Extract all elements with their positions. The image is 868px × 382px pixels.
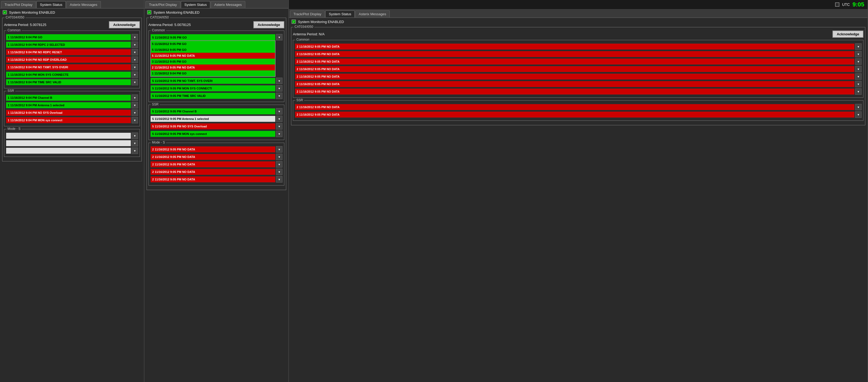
ssr-arrow-0-3[interactable]: ▼ [855, 104, 862, 110]
status-row-2-2: 5 11/16/2012 9:05 PM MON SYS CONNECTI ▼ [150, 85, 282, 92]
ssr-arrow-0-1[interactable]: ▼ [132, 94, 138, 101]
tab-track-plot-3[interactable]: Track/Plot Display [290, 10, 325, 18]
common-section-1: Common 1 11/16/2012 9:04 PM GO ▼ 1 11/16… [4, 31, 140, 88]
ssr-arrow-1-3[interactable]: ▼ [855, 111, 862, 118]
modes-arrow-2-1[interactable]: ▼ [132, 147, 138, 154]
ssr-row-1-1: 1 11/16/2012 9:04 PM Antenna 1 selected … [6, 102, 138, 109]
antenna-row-1: Antenna Period: 5.0078125 Acknowledge [4, 21, 140, 28]
ssr-arrow-3-1[interactable]: ▼ [132, 117, 138, 123]
status-row-5-1: 1 11/16/2012 9:04 PM MON SYS CONNECTE ▼ [6, 71, 138, 78]
header-2: ✓ System Monitoring ENABLED [145, 8, 288, 16]
ssr-arrow-3-2[interactable]: ▼ [276, 130, 282, 137]
c-arrow-1-3[interactable]: ▼ [855, 51, 862, 57]
dropdown-arrow-3-1[interactable]: ▼ [132, 57, 138, 63]
c-arrow-3-3[interactable]: ▼ [855, 66, 862, 72]
c-arrow-6-3[interactable]: ▼ [855, 88, 862, 95]
tab-asterix-2[interactable]: Asterix Messages [211, 1, 245, 8]
tab-system-status-2[interactable]: System Status [181, 1, 210, 8]
ssr-section-2: SSR 5 11/16/2012 9:05 PM Channel B ▼ 5 1… [149, 105, 284, 140]
utc-checkbox-3[interactable] [835, 2, 839, 7]
dropdown-arrow-6-1[interactable]: ▼ [132, 79, 138, 85]
c-arrow-0-3[interactable]: ▼ [855, 43, 862, 50]
c-row-6-3: 2 11/16/2012 9:05 PM NO DATA ▼ [295, 88, 862, 95]
monitoring-checkbox-3[interactable]: ✓ [291, 20, 296, 24]
acknowledge-btn-1[interactable]: Acknowledge [109, 21, 140, 28]
ssr-bar-1-3: 2 11/16/2012 9:05 PM NO DATA [295, 111, 855, 118]
c-bar-3-3: 2 11/16/2012 9:05 PM NO DATA [295, 66, 855, 72]
status-row-open-2: 5 11/16/2012 9:05 PM GO 5 11/16/2012 9:0… [150, 34, 282, 40]
dropdown-opt-5-2[interactable]: 1 11/16/2012 9:04 PM GO [151, 70, 275, 76]
modes-bar-1-1 [6, 140, 131, 146]
dropdown-arrow-1-1[interactable]: ▼ [132, 41, 138, 48]
status-row-3-2: 5 11/16/2012 9:05 PM TIME SRC VALID ▼ [150, 93, 282, 99]
utc-time-3: 9:05 [852, 1, 864, 8]
monitoring-checkbox-2[interactable]: ✓ [147, 10, 151, 14]
modes-arrow-1-1[interactable]: ▼ [132, 140, 138, 146]
dropdown-arrow-2-1[interactable]: ▼ [132, 49, 138, 55]
dropdown-arrow-4-1[interactable]: ▼ [132, 64, 138, 70]
dropdown-opt-1-2[interactable]: 5 11/16/2012 9:05 PM GO [151, 47, 275, 53]
status-bar-4-1: 1 11/16/2012 9:04 PM NO TXMT. SYS OVERI [6, 64, 131, 70]
dropdown-opt-2-2[interactable]: 5 11/16/2012 9:05 PM NO DATA [151, 53, 275, 59]
status-bar-1-2: 5 11/16/2012 9:05 PM NO TXMT. SYS OVERI [150, 78, 276, 84]
dropdown-arrow-2-2[interactable]: ▼ [276, 85, 282, 92]
c-arrow-2-3[interactable]: ▼ [855, 58, 862, 65]
modes-arrow-0-1[interactable]: ▼ [132, 133, 138, 139]
ssr-row-0-3: 2 11/16/2012 9:05 PM NO DATA ▼ [295, 104, 862, 110]
tab-system-status-3[interactable]: System Status [325, 10, 355, 18]
dropdown-arrow-3-2[interactable]: ▼ [276, 93, 282, 99]
panel-content-1: CAT034/I050 Antenna Period: 5.0078125 Ac… [0, 16, 144, 382]
common-title-1: Common [6, 28, 22, 32]
ssr-row-1-2: 5 11/16/2012 9:05 PM Antenna 1 selected … [150, 116, 282, 122]
acknowledge-btn-3[interactable]: Acknowledge [832, 31, 864, 38]
tab-system-status-1[interactable]: System Status [36, 1, 66, 8]
c-bar-2-3: 2 11/16/2012 9:05 PM NO DATA [295, 58, 855, 65]
dropdown-opt-3-2[interactable]: 3 11/16/2012 9:05 PM GO [151, 59, 275, 64]
ssr-row-0-1: 1 11/16/2012 9:04 PM Channel B ▼ [6, 94, 138, 101]
tab-track-plot-2[interactable]: Track/Plot Display [146, 1, 180, 8]
tab-track-plot-1[interactable]: Track/Plot Display [1, 1, 36, 8]
ssr-row-2-2: 5 11/16/2012 9:05 PM NO SYS Overload ▼ [150, 123, 282, 129]
antenna-label-2: Antenna Period: 5.0078125 [149, 23, 191, 27]
ssr-arrow-1-1[interactable]: ▼ [132, 102, 138, 109]
ssr-arrow-0-2[interactable]: ▼ [276, 108, 282, 115]
common-section-2: Common 5 11/16/2012 9:05 PM GO 5 11/16/2… [149, 31, 284, 102]
modes-section-1: Mode - S ▼ ▼ ▼ [4, 129, 140, 157]
modes-arrow-3-2[interactable]: ▼ [276, 169, 282, 175]
ssr-title-2: SSR [151, 102, 160, 106]
ssr-arrow-2-2[interactable]: ▼ [276, 123, 282, 129]
tab-asterix-3[interactable]: Asterix Messages [355, 10, 390, 18]
modes-row-2-1: ▼ [6, 147, 138, 154]
antenna-row-2: Antenna Period: 5.0078125 Acknowledge [149, 21, 284, 28]
modes-arrow-1-2[interactable]: ▼ [276, 154, 282, 160]
modes-arrow-4-2[interactable]: ▼ [276, 176, 282, 182]
modes-arrow-2-2[interactable]: ▼ [276, 161, 282, 168]
dropdown-opt-0-2[interactable]: 5 11/16/2012 9:05 PM GO [151, 41, 275, 47]
dropdown-arrow-5-1[interactable]: ▼ [132, 71, 138, 78]
cat-section-1: CAT034/I050 Antenna Period: 5.0078125 Ac… [2, 18, 142, 161]
modes-arrow-0-2[interactable]: ▼ [276, 146, 282, 153]
dropdown-arrow-0-1[interactable]: ▼ [132, 34, 138, 40]
dropdown-arrow-open-2[interactable]: ▼ [276, 34, 282, 40]
ssr-section-3: SSR 2 11/16/2012 9:05 PM NO DATA ▼ 2 11/… [293, 100, 864, 121]
status-bar-0-1: 1 11/16/2012 9:04 PM GO [6, 34, 131, 40]
ssr-arrow-1-2[interactable]: ▼ [276, 116, 282, 122]
panel-content-3: CAT034/I050 Antenna Period: N/A Acknowle… [289, 25, 867, 382]
dropdown-opt-4-2[interactable]: 2 11/16/2012 9:05 PM NO DATA [151, 64, 275, 70]
c-bar-1-3: 2 11/16/2012 9:05 PM NO DATA [295, 51, 855, 57]
dropdown-arrow-1-2[interactable]: ▼ [276, 78, 282, 84]
c-arrow-5-3[interactable]: ▼ [855, 81, 862, 87]
top-bar-3: UTC 9:05 [289, 0, 867, 9]
panel-2: Track/Plot Display System Status Asterix… [145, 0, 289, 382]
acknowledge-btn-2[interactable]: Acknowledge [253, 21, 284, 28]
monitoring-checkbox-1[interactable]: ✓ [3, 10, 7, 14]
header-3: ✓ System Monitoring ENABLED [289, 18, 867, 25]
tab-bar-1: Track/Plot Display System Status Asterix… [0, 0, 144, 8]
dropdown-list-2: 5 11/16/2012 9:05 PM GO 5 11/16/2012 9:0… [150, 40, 276, 77]
ssr-bar-1-1: 1 11/16/2012 9:04 PM Antenna 1 selected [6, 102, 131, 109]
c-arrow-4-3[interactable]: ▼ [855, 74, 862, 80]
ssr-arrow-2-1[interactable]: ▼ [132, 110, 138, 116]
panel-1: Track/Plot Display System Status Asterix… [0, 0, 145, 382]
ssr-section-1: SSR 1 11/16/2012 9:04 PM Channel B ▼ 1 1… [4, 91, 140, 126]
tab-asterix-1[interactable]: Asterix Messages [66, 1, 101, 8]
